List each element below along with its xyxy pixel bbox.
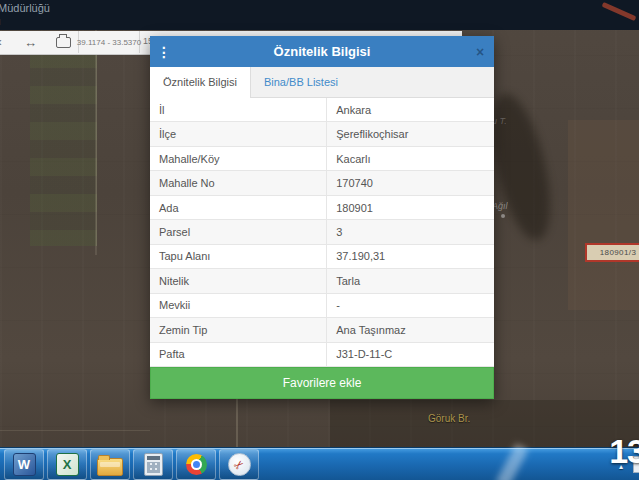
attribute-table: İl Ankara İlçe Şereflikoçhisar Mahalle/K… — [150, 98, 494, 367]
row-value: Ana Taşınmaz — [327, 318, 494, 341]
table-row-parsel: Parsel 3 — [150, 220, 494, 244]
taskbar-chrome-button[interactable] — [176, 449, 216, 480]
taskbar-explorer-button[interactable] — [90, 449, 130, 480]
snipping-tool-icon: ✂ — [228, 453, 251, 476]
calculator-icon — [144, 453, 163, 476]
row-label: İlçe — [150, 122, 327, 145]
table-row-zemin-tip: Zemin Tip Ana Taşınmaz — [150, 318, 494, 342]
row-label: İl — [150, 98, 327, 121]
table-row-ada: Ada 180901 — [150, 196, 494, 220]
folder-icon — [97, 458, 123, 476]
tab-bina-bb-listesi[interactable]: Bina/BB Listesi — [251, 67, 351, 97]
taskbar-excel-button[interactable]: X — [47, 449, 87, 480]
row-value: Tarla — [327, 269, 494, 292]
row-label: Mevkii — [150, 294, 327, 317]
row-value: 37.190,31 — [327, 245, 494, 268]
table-row-tapu-alani: Tapu Alanı 37.190,31 — [150, 245, 494, 269]
chrome-icon — [186, 454, 207, 475]
dialog-tabbar: Öznitelik Bilgisi Bina/BB Listesi — [150, 67, 494, 98]
word-icon: W — [13, 453, 36, 476]
clipped-tool-icon[interactable]: « — [0, 35, 2, 49]
map-label-goruk: Göruk Br. — [428, 413, 470, 424]
row-value: Şereflikoçhisar — [327, 122, 494, 145]
map-label-fragment: u T. — [492, 116, 507, 126]
row-value: Kacarlı — [327, 147, 494, 170]
map-road-line — [95, 30, 97, 255]
measure-icon[interactable]: ↔ — [24, 35, 37, 50]
taskbar-glass-streak — [495, 443, 528, 480]
app-subtitle-fragment: ı — [0, 16, 1, 27]
table-row-il: İl Ankara — [150, 98, 494, 122]
map-road-line — [0, 430, 150, 431]
row-label: Tapu Alanı — [150, 245, 327, 268]
table-row-mahalle-koy: Mahalle/Köy Kacarlı — [150, 147, 494, 171]
row-value: 180901 — [327, 196, 494, 219]
table-row-ilce: İlçe Şereflikoçhisar — [150, 122, 494, 146]
app-header-bar: Müdürlüğü ı — [0, 0, 639, 30]
map-point-marker — [501, 214, 505, 218]
row-label: Pafta — [150, 343, 327, 366]
excel-icon: X — [56, 453, 79, 476]
row-value: - — [327, 294, 494, 317]
scissors-icon: ✂ — [231, 457, 246, 473]
row-label: Zemin Tip — [150, 318, 327, 341]
table-row-nitelik: Nitelik Tarla — [150, 269, 494, 293]
map-fields-patch — [30, 50, 97, 246]
taskbar-calculator-button[interactable] — [133, 449, 173, 480]
dialog-titlebar[interactable]: ⋮ Öznitelik Bilgisi × — [150, 36, 494, 67]
table-row-mevkii: Mevkii - — [150, 294, 494, 318]
row-label: Nitelik — [150, 269, 327, 292]
screen: Ağıl u T. Göruk Br. 180901/3 Müdürlüğü ı… — [0, 0, 639, 480]
row-label: Ada — [150, 196, 327, 219]
dialog-menu-icon[interactable]: ⋮ — [150, 44, 178, 60]
clock-overlay: 13 — [609, 432, 639, 471]
print-icon[interactable] — [56, 37, 71, 48]
row-value: 170740 — [327, 171, 494, 194]
taskbar-word-button[interactable]: W — [4, 449, 44, 480]
coordinates-readout: 39.1174 - 33.5370 — [78, 31, 140, 53]
table-row-mahalle-no: Mahalle No 170740 — [150, 171, 494, 195]
row-value: J31-D-11-C — [327, 343, 494, 366]
windows-taskbar: W X ✂ ▴ — [0, 447, 639, 480]
table-row-pafta: Pafta J31-D-11-C — [150, 343, 494, 367]
attribute-info-dialog: ⋮ Öznitelik Bilgisi × Öznitelik Bilgisi … — [150, 36, 494, 399]
taskbar-icons: W X ✂ — [4, 449, 259, 480]
close-icon[interactable]: × — [466, 44, 494, 60]
add-to-favorites-button[interactable]: Favorilere ekle — [150, 367, 494, 399]
row-label: Mahalle/Köy — [150, 147, 327, 170]
map-label-agil: Ağıl — [492, 201, 508, 211]
row-label: Parsel — [150, 220, 327, 243]
row-label: Mahalle No — [150, 171, 327, 194]
dialog-title: Öznitelik Bilgisi — [178, 44, 466, 59]
row-value: 3 — [327, 220, 494, 243]
row-value: Ankara — [327, 98, 494, 121]
tab-oznitelik-bilgisi[interactable]: Öznitelik Bilgisi — [150, 67, 251, 98]
app-title-fragment: Müdürlüğü — [0, 2, 50, 14]
map-field-band — [568, 120, 639, 310]
map-dark-patch — [330, 400, 639, 448]
taskbar-snipping-button[interactable]: ✂ — [219, 449, 259, 480]
parcel-number-tag: 180901/3 — [585, 243, 639, 262]
